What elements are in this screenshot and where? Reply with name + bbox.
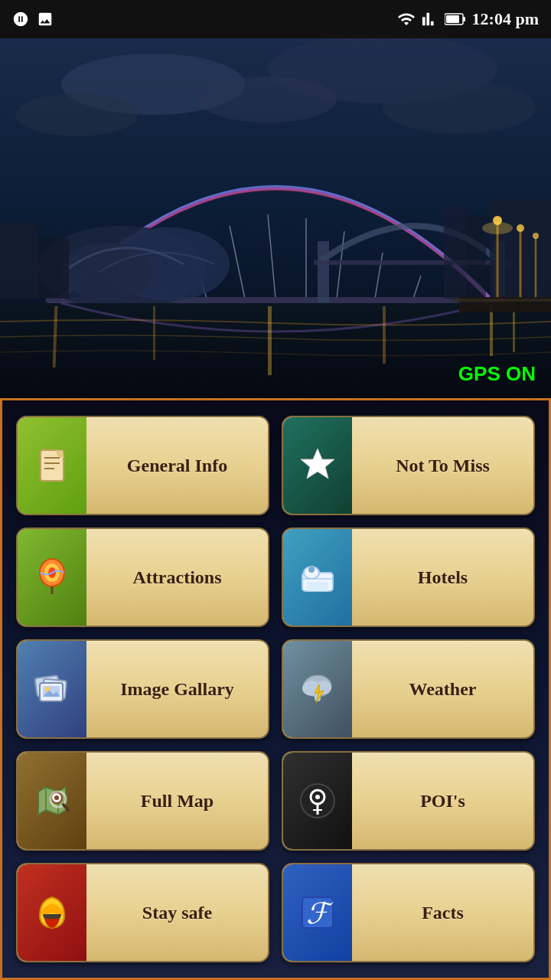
balloon-icon (18, 529, 86, 626)
image-gallery-label: Image Gallary (86, 679, 268, 700)
facts-label: Facts (352, 903, 533, 923)
svg-rect-39 (268, 306, 272, 375)
svg-rect-38 (153, 306, 155, 360)
photos-icon (18, 641, 86, 737)
hotels-label: Hotels (352, 567, 533, 588)
svg-rect-24 (0, 222, 38, 299)
svg-rect-21 (318, 241, 329, 302)
status-bar: 12:04 pm (0, 0, 551, 38)
svg-rect-40 (383, 306, 386, 364)
stay-safe-label: Stay safe (86, 903, 268, 923)
weather-label: Weather (352, 679, 533, 700)
poi-icon (283, 753, 352, 849)
svg-rect-26 (444, 207, 467, 299)
menu-grid: General Info Not To Miss Attractions Hot… (0, 398, 551, 980)
city-scene-svg (0, 38, 551, 398)
weather-button[interactable]: Weather (282, 639, 535, 739)
image-gallery-button[interactable]: Image Gallary (16, 639, 269, 739)
pois-label: POI's (352, 791, 533, 812)
svg-point-33 (517, 224, 524, 232)
svg-point-7 (383, 80, 536, 134)
not-to-miss-label: Not To Miss (352, 456, 533, 476)
status-right-icons: 12:04 pm (397, 9, 539, 29)
wifi-icon (397, 10, 416, 28)
svg-point-71 (54, 795, 59, 800)
svg-rect-2 (446, 15, 459, 23)
attractions-button[interactable]: Attractions (16, 528, 269, 627)
svg-point-20 (61, 243, 153, 301)
svg-rect-42 (513, 306, 515, 352)
facts-icon: ℱ (283, 864, 352, 961)
svg-rect-1 (463, 17, 465, 21)
star-icon (283, 417, 352, 514)
general-info-label: General Info (86, 456, 268, 476)
stay-safe-button[interactable]: Stay safe (16, 863, 269, 962)
facts-button[interactable]: ℱ Facts (282, 863, 535, 962)
gps-status: GPS ON (458, 362, 536, 386)
attractions-label: Attractions (86, 567, 268, 588)
svg-rect-41 (490, 306, 493, 356)
hero-image: GPS ON (0, 38, 551, 398)
svg-point-58 (308, 567, 315, 573)
svg-rect-44 (452, 299, 551, 302)
svg-point-6 (199, 77, 337, 122)
hotels-button[interactable]: Hotels (282, 528, 535, 627)
scroll-icon (18, 417, 86, 514)
helmet-icon (18, 864, 86, 961)
settings-icon (12, 11, 29, 28)
signal-icon (422, 11, 439, 28)
bed-icon (283, 529, 352, 626)
full-map-label: Full Map (86, 791, 268, 812)
general-info-button[interactable]: General Info (16, 416, 269, 515)
svg-marker-49 (301, 449, 334, 479)
svg-point-64 (45, 687, 50, 691)
full-map-button[interactable]: Full Map (16, 751, 269, 851)
image-icon (37, 11, 54, 28)
svg-point-8 (15, 93, 138, 136)
svg-rect-25 (38, 237, 69, 299)
pois-button[interactable]: POI's (282, 751, 535, 851)
not-to-miss-button[interactable]: Not To Miss (282, 416, 535, 515)
svg-point-31 (482, 222, 513, 234)
svg-point-35 (533, 233, 539, 239)
storm-icon (283, 641, 352, 737)
clock: 12:04 pm (472, 9, 539, 29)
svg-point-77 (315, 795, 320, 799)
svg-rect-57 (307, 582, 328, 591)
status-left-icons (12, 11, 54, 28)
map-icon (18, 753, 86, 849)
battery-icon (445, 12, 466, 26)
